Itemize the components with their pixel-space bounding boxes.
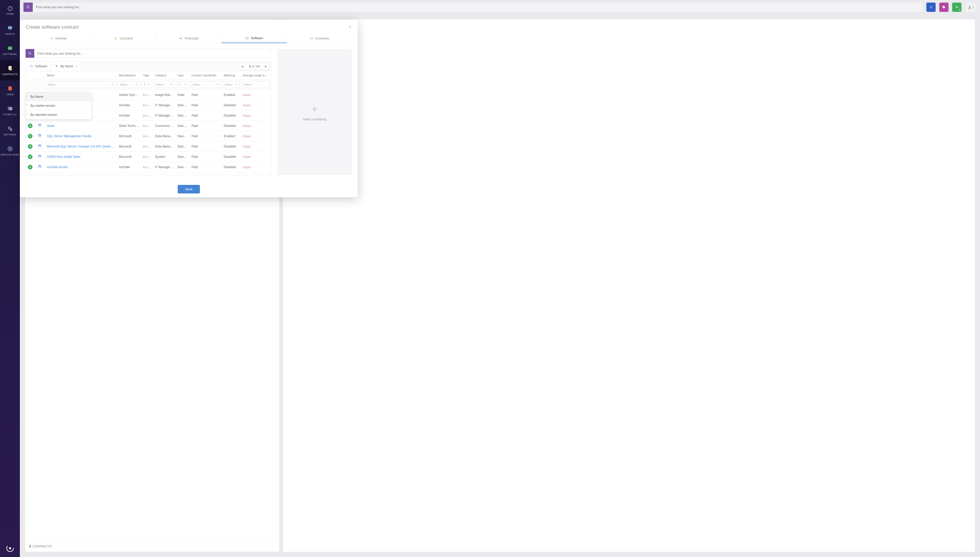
global-search-input[interactable] — [33, 3, 923, 12]
chip-sort[interactable]: By Name ▾ — [51, 62, 81, 71]
add-row-button[interactable]: + — [28, 165, 33, 169]
sidebar-item-software[interactable]: SOFTWARE — [0, 40, 20, 60]
add-row-button[interactable]: + — [28, 155, 33, 159]
sidebar-item-cmdb[interactable]: CMDB — [0, 80, 20, 101]
table-row[interactable]: +Microsoft SQL Server Compact 3.5 SP2 Qu… — [26, 141, 271, 151]
cell-license: Paid — [190, 172, 222, 175]
cell-name[interactable]: Cisco WebEx Meetings — [45, 172, 117, 175]
cell-name[interactable]: Slack — [45, 121, 117, 131]
info-button[interactable]: ! — [926, 3, 936, 12]
table-row[interactable]: +SQL Server Management StudioMicrosoftEm… — [26, 131, 271, 141]
col-type[interactable]: Type — [175, 71, 190, 80]
gears-icon — [7, 125, 13, 132]
sidebar-item-assets[interactable]: ASSETS — [0, 20, 20, 40]
table-filter-row: Filters Filters F Filters F... Filters F… — [26, 80, 271, 90]
pager-page: 1 — [249, 65, 251, 68]
gauge-icon — [7, 5, 13, 11]
cell-avg: Empty — [241, 121, 271, 131]
cell-license: Paid — [190, 100, 222, 111]
filter-manufacturer[interactable]: Filters — [118, 81, 140, 88]
sidebar-item-contracts[interactable]: CONTRACTS — [0, 60, 20, 80]
cell-license: Paid — [190, 151, 222, 162]
modal-title: Create software contract — [26, 24, 79, 30]
filter-icon — [111, 83, 114, 86]
filter-license[interactable]: Filters — [191, 81, 220, 88]
col-metering[interactable]: Metering — [222, 71, 241, 80]
tab-financials[interactable]: Financials — [156, 34, 221, 43]
filter-type[interactable]: F... — [177, 81, 188, 88]
chevron-down-icon: ▾ — [77, 65, 78, 68]
col-avg-usage[interactable]: Average usage in the last 7 — [241, 71, 271, 80]
table-row[interactable]: +SlackSlack Technolo...EmptyCommunicati.… — [26, 121, 271, 131]
svg-point-14 — [27, 6, 29, 8]
close-button[interactable] — [348, 25, 352, 30]
chip-software[interactable]: Software — [26, 62, 51, 71]
col-category[interactable]: Category — [153, 71, 175, 80]
chip-label: By Name — [60, 65, 73, 68]
user-menu-button[interactable]: ▾ — [965, 3, 977, 12]
cell-manufacturer: InvGate — [117, 111, 141, 121]
filter-metering[interactable]: Filters — [223, 81, 239, 88]
sidebar-item-settings[interactable]: SETTINGS — [0, 121, 20, 141]
table-row[interactable]: +SSMS Post Install TasksMicrosoftEmptySy… — [26, 151, 271, 162]
box-icon — [7, 106, 13, 112]
cell-name[interactable]: SQL Server Management Studio — [45, 131, 117, 141]
cell-name[interactable]: InvGate Assets — [45, 162, 117, 172]
tag-button[interactable] — [939, 3, 949, 12]
dropdown-option-by-reported-version[interactable]: By reported version — [26, 111, 91, 119]
save-button[interactable]: Save — [178, 185, 200, 194]
col-license[interactable]: License Classification▼ — [190, 71, 222, 80]
svg-rect-36 — [38, 145, 41, 146]
cell-avg: Empty — [241, 111, 271, 121]
dropdown-option-by-market-version[interactable]: By market version — [26, 101, 91, 111]
tab-contracts[interactable]: Contracts — [91, 34, 156, 43]
window-icon — [29, 65, 33, 68]
sidebar-label: SOFTWARE — [3, 53, 17, 55]
pager-prev[interactable]: ◀ — [239, 63, 246, 70]
add-button[interactable] — [952, 3, 961, 12]
cell-metering: Disabled — [222, 172, 241, 175]
tag-icon — [942, 5, 946, 9]
cell-manufacturer: InvGate — [117, 100, 141, 111]
cell-avg: Empty — [241, 90, 271, 100]
table-row[interactable]: +Cisco WebEx MeetingsCiscoEmptyCommunica… — [26, 172, 271, 175]
cell-name[interactable]: SSMS Post Install Tasks — [45, 151, 117, 162]
tab-label: General — [55, 37, 67, 40]
tab-software[interactable]: Software — [221, 34, 287, 43]
dropdown-option-by-name[interactable]: By Name — [26, 92, 91, 101]
filter-tags[interactable]: F — [142, 81, 151, 88]
bg-label: CONTRACTS — [33, 545, 52, 548]
sidebar-item-home[interactable]: HOME — [0, 0, 20, 20]
filter-name[interactable]: Filters — [46, 81, 116, 88]
modal-search-input[interactable] — [34, 49, 271, 58]
plus-large-icon: + — [311, 103, 318, 116]
svg-rect-19 — [115, 37, 117, 39]
cell-tags: Empty — [141, 111, 153, 121]
selection-panel: + Select something — [277, 49, 352, 175]
cell-name[interactable]: Microsoft SQL Server Compact 3.5 SP2 Que… — [45, 141, 117, 151]
add-row-button[interactable]: + — [28, 134, 33, 138]
global-search-button[interactable] — [23, 3, 33, 12]
add-row-button[interactable]: + — [28, 144, 33, 149]
table-row[interactable]: +InvGate AssetsInvGateEmptyIT Managem...… — [26, 162, 271, 172]
sidebar-item-service-desk[interactable]: SERVICE DESK — [0, 141, 20, 161]
col-manufacturer[interactable]: Manufacturer — [117, 71, 141, 80]
svg-point-17 — [969, 6, 970, 7]
col-name[interactable]: Name — [45, 71, 117, 80]
filter-avg[interactable]: Filters — [242, 81, 270, 88]
cell-category: Data Manage... — [153, 141, 175, 151]
filter-category[interactable]: Filters — [154, 81, 174, 88]
table-header-row: Name Manufacturer Tags Category Type Lic… — [26, 71, 271, 80]
sidebar-item-other-cis[interactable]: OTHER CIs — [0, 101, 20, 121]
col-tags[interactable]: Tags — [141, 71, 153, 80]
tab-label: Software — [251, 36, 263, 40]
filter-icon — [170, 83, 172, 86]
tab-licensees[interactable]: Licensees — [287, 34, 352, 43]
add-row-button[interactable]: + — [28, 124, 33, 128]
search-icon — [28, 52, 32, 55]
modal-search-button[interactable] — [26, 49, 34, 58]
tab-general[interactable]: General — [26, 34, 91, 43]
info-icon: ! — [929, 5, 933, 9]
pager-next[interactable]: ▶ — [262, 63, 269, 70]
gear-icon — [50, 37, 54, 40]
